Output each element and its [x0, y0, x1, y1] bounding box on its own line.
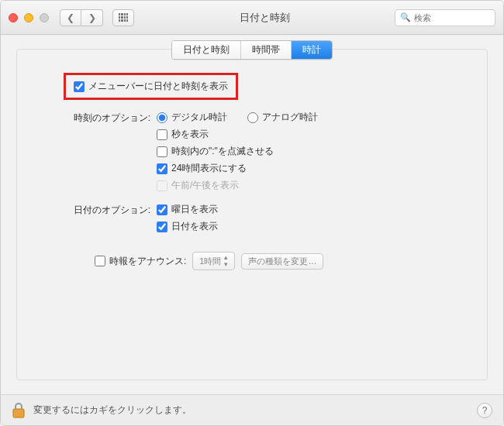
highlight-annotation: メニューバーに日付と時刻を表示: [64, 73, 238, 100]
date-options-row: 日付のオプション: 曜日を表示 日付を表示: [33, 203, 471, 233]
show-ampm-input: [157, 180, 167, 191]
flash-separators-label: 時刻内の":"を点滅させる: [171, 145, 274, 158]
show-date-checkbox[interactable]: 日付を表示: [157, 220, 218, 233]
tab-bar: 日付と時刻 時間帯 時計: [171, 40, 333, 60]
select-arrows-icon: ▴▾: [224, 254, 228, 268]
grid-icon: [119, 13, 128, 22]
date-options: 曜日を表示 日付を表示: [157, 203, 218, 233]
use-24h-input[interactable]: [157, 163, 167, 174]
flash-separators-input[interactable]: [157, 146, 167, 157]
show-day-input[interactable]: [157, 204, 167, 215]
content-area: 日付と時刻 時間帯 時計 メニューバーに日付と時刻を表示 時刻のオプション:: [1, 35, 503, 394]
voice-change-label: 声の種類を変更…: [248, 256, 316, 267]
date-options-label: 日付のオプション:: [33, 203, 157, 217]
analog-clock-label: アナログ時計: [262, 111, 318, 124]
show-in-menubar-input[interactable]: [74, 81, 85, 92]
show-day-checkbox[interactable]: 曜日を表示: [157, 203, 218, 216]
use-24h-label: 24時間表示にする: [171, 162, 247, 175]
search-field[interactable]: 🔍: [395, 9, 495, 26]
announce-checkbox[interactable]: 時報をアナウンス:: [95, 255, 186, 268]
analog-clock-radio[interactable]: アナログ時計: [247, 111, 318, 124]
tab-timezone[interactable]: 時間帯: [241, 41, 292, 59]
flash-separators-checkbox[interactable]: 時刻内の":"を点滅させる: [157, 145, 318, 158]
lock-text: 変更するにはカギをクリックします。: [33, 404, 192, 417]
announce-label: 時報をアナウンス:: [109, 255, 186, 268]
show-date-label: 日付を表示: [171, 220, 218, 233]
footer: 変更するにはカギをクリックします。 ?: [1, 394, 503, 425]
window-controls: [9, 13, 49, 22]
use-24h-checkbox[interactable]: 24時間表示にする: [157, 162, 318, 175]
zoom-icon[interactable]: [40, 13, 49, 22]
help-button[interactable]: ?: [477, 403, 492, 418]
window-title: 日付と時刻: [140, 11, 388, 25]
announce-interval-value: 1時間: [199, 256, 221, 267]
minimize-icon[interactable]: [24, 13, 33, 22]
time-options-label: 時刻のオプション:: [33, 111, 157, 125]
forward-button[interactable]: ❯: [81, 9, 103, 26]
announce-row: 時報をアナウンス: 1時間 ▴▾ 声の種類を変更…: [95, 252, 471, 270]
announce-input[interactable]: [95, 256, 105, 266]
titlebar: ❮ ❯ 日付と時刻 🔍: [1, 1, 503, 35]
settings-panel: 日付と時刻 時間帯 時計 メニューバーに日付と時刻を表示 時刻のオプション:: [16, 49, 488, 380]
tab-clock[interactable]: 時計: [292, 41, 332, 59]
digital-clock-label: デジタル時計: [171, 111, 227, 124]
back-button[interactable]: ❮: [60, 9, 81, 26]
clock-settings: メニューバーに日付と時刻を表示 時刻のオプション: デジタル時計: [17, 50, 487, 278]
digital-clock-radio[interactable]: デジタル時計: [157, 111, 227, 124]
show-all-button[interactable]: [112, 9, 134, 26]
tab-date-time[interactable]: 日付と時刻: [172, 41, 241, 59]
digital-clock-input[interactable]: [157, 112, 167, 123]
search-input[interactable]: [414, 13, 490, 22]
analog-clock-input[interactable]: [247, 112, 258, 123]
show-in-menubar-checkbox[interactable]: メニューバーに日付と時刻を表示: [74, 80, 228, 93]
show-seconds-label: 秒を表示: [171, 128, 209, 141]
svg-rect-0: [13, 409, 24, 417]
nav-buttons: ❮ ❯: [60, 9, 103, 26]
close-icon[interactable]: [9, 13, 18, 22]
preferences-window: ❮ ❯ 日付と時刻 🔍 日付と時刻 時間帯 時計: [0, 0, 504, 426]
show-in-menubar-label: メニューバーに日付と時刻を表示: [88, 80, 228, 93]
search-icon: 🔍: [400, 12, 411, 22]
show-seconds-checkbox[interactable]: 秒を表示: [157, 128, 318, 141]
announce-interval-select: 1時間 ▴▾: [192, 252, 235, 270]
lock-icon[interactable]: [12, 403, 26, 418]
show-ampm-label: 午前/午後を表示: [171, 179, 239, 192]
show-seconds-input[interactable]: [157, 129, 167, 140]
time-options-row: 時刻のオプション: デジタル時計 アナログ時計: [33, 111, 471, 192]
voice-change-button: 声の種類を変更…: [241, 253, 323, 270]
show-day-label: 曜日を表示: [171, 203, 218, 216]
show-date-input[interactable]: [157, 222, 167, 232]
show-ampm-checkbox: 午前/午後を表示: [157, 179, 318, 192]
time-options: デジタル時計 アナログ時計 秒を表示: [157, 111, 318, 192]
